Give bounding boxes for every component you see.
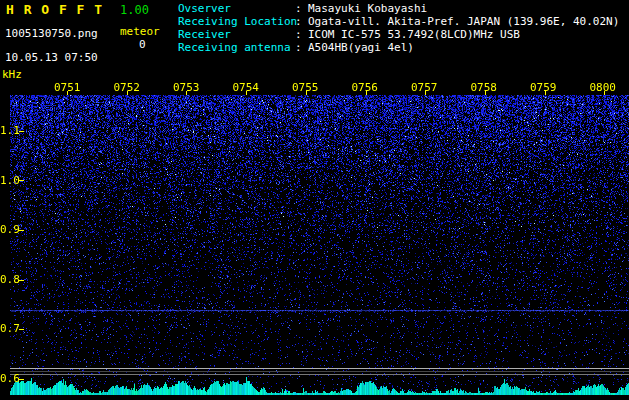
time-label: 0755 (292, 81, 319, 94)
info-row-observer: Ovserver:Masayuki Kobayashi (178, 2, 619, 15)
hrofft-screen: H R O F F T 1.00 1005130750.png meteor 0… (0, 0, 629, 400)
freq-label: 0.9 (0, 223, 20, 236)
info-row-antenna: Receiving antenna:A504HB(yagi 4el) (178, 41, 619, 54)
meteor-count: 0 (139, 38, 146, 51)
info-separator: : (295, 15, 303, 28)
freq-label: 1.1 (0, 124, 20, 137)
info-separator: : (295, 2, 303, 15)
freq-label: 0.7 (0, 322, 20, 335)
info-label: Receiving Location (178, 15, 295, 28)
info-row-location: Receiving Location:Ogata-vill. Akita-Pre… (178, 15, 619, 28)
time-axis: 0751 0752 0753 0754 0755 0756 0757 0758 … (54, 81, 616, 94)
time-label: 0752 (114, 81, 141, 94)
time-label: 0800 (590, 81, 617, 94)
info-label: Ovserver (178, 2, 295, 15)
app-title: H R O F F T (6, 2, 103, 17)
info-value: Ogata-vill. Akita-Pref. JAPAN (139.96E, … (308, 15, 619, 28)
time-label: 0753 (173, 81, 200, 94)
info-separator: : (295, 41, 303, 54)
time-label: 0759 (530, 81, 557, 94)
spectrogram-canvas (0, 62, 629, 400)
info-label: Receiver (178, 28, 295, 41)
output-filename: 1005130750.png (5, 27, 98, 40)
freq-label: 1.0 (0, 174, 20, 187)
app-version: 1.00 (120, 3, 149, 17)
info-value: Masayuki Kobayashi (308, 2, 427, 15)
info-value: ICOM IC-575 53.7492(8LCD)MHz USB (308, 28, 520, 41)
time-label: 0758 (471, 81, 498, 94)
info-value: A504HB(yagi 4el) (308, 41, 414, 54)
info-label: Receiving antenna (178, 41, 295, 54)
time-label: 0754 (233, 81, 260, 94)
station-info: Ovserver:Masayuki Kobayashi Receiving Lo… (178, 2, 619, 54)
time-label: 0751 (54, 81, 81, 94)
time-label: 0757 (411, 81, 438, 94)
info-separator: : (295, 28, 303, 41)
freq-label: 0.8 (0, 273, 20, 286)
mode-label: meteor (120, 25, 160, 38)
freq-label: 0.6 (0, 372, 20, 385)
info-row-receiver: Receiver:ICOM IC-575 53.7492(8LCD)MHz US… (178, 28, 619, 41)
time-label: 0756 (352, 81, 379, 94)
